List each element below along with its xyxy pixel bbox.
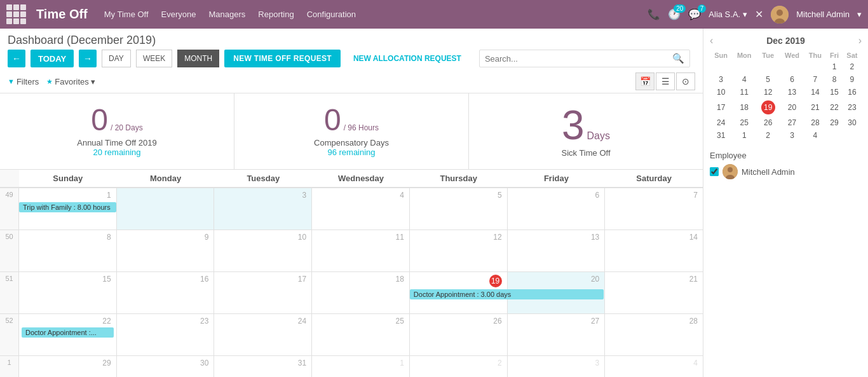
mini-day[interactable]: 1 [826,60,843,73]
chat-icon-wrap[interactable]: 💬 7 [688,8,701,20]
close-icon[interactable]: ✕ [755,8,763,20]
phone-icon[interactable]: 📞 [648,8,660,20]
cal-cell-jan2[interactable]: 2 [410,356,508,377]
cal-cell-jan3[interactable]: 3 [508,356,606,377]
cal-cell-dec11[interactable]: 11 [312,230,410,271]
cal-cell-dec7[interactable]: 7 [605,188,703,230]
cal-cell-dec23[interactable]: 23 [117,314,215,355]
mini-day[interactable]: 26 [756,116,780,129]
mini-day[interactable]: 23 [843,99,862,116]
mini-day[interactable]: 20 [780,99,804,116]
mini-day[interactable] [732,60,756,73]
mini-day[interactable]: 5 [756,73,780,86]
mini-day[interactable]: 27 [780,116,804,129]
next-button[interactable]: → [79,50,97,67]
mini-day[interactable]: 8 [826,73,843,86]
new-time-off-button[interactable]: NEW TIME OFF REQUEST [224,50,341,67]
mini-day[interactable]: 3 [710,73,732,86]
cal-cell-dec9[interactable]: 9 [117,230,215,271]
mini-day[interactable]: 11 [732,86,756,99]
mini-day[interactable]: 7 [804,73,826,86]
mini-day[interactable]: 10 [710,86,732,99]
mini-day[interactable] [804,60,826,73]
cal-cell-dec4[interactable]: 4 [312,188,410,230]
event-trip-family[interactable]: Trip with Family : 8.00 hours [19,202,116,212]
cal-cell-dec14[interactable]: 14 [605,230,703,271]
cal-cell-dec2[interactable] [117,188,215,230]
nav-my-time-off[interactable]: My Time Off [104,10,149,19]
nav-configuration[interactable]: Configuration [307,10,356,19]
cal-cell-dec5[interactable]: 5 [410,188,508,230]
cal-cell-dec26[interactable]: 26 [410,314,508,355]
calendar-view-button[interactable]: 📅 [635,72,654,90]
cal-cell-dec27[interactable]: 27 [508,314,606,355]
day-view-button[interactable]: DAY [102,50,131,67]
cal-cell-dec25[interactable]: 25 [312,314,410,355]
app-grid-icon[interactable] [6,4,26,24]
mini-day[interactable]: 19 [756,99,780,116]
cal-cell-dec30[interactable]: 30 [117,356,215,377]
activity-icon-wrap[interactable]: 🕐 20 [668,8,681,20]
mini-day[interactable]: 4 [804,129,826,142]
favorites-button[interactable]: ★ Favorites ▾ [46,77,95,86]
mini-day[interactable]: 3 [780,129,804,142]
mini-day[interactable] [826,129,843,142]
mini-day[interactable]: 4 [732,73,756,86]
mini-day[interactable]: 31 [710,129,732,142]
cal-cell-dec18[interactable]: 18 [312,272,410,313]
mini-today[interactable]: 19 [761,100,775,114]
cal-cell-dec13[interactable]: 13 [508,230,606,271]
mini-day[interactable]: 24 [710,116,732,129]
mini-day[interactable]: 29 [826,116,843,129]
mini-day[interactable]: 15 [826,86,843,99]
cal-cell-dec28[interactable]: 28 [605,314,703,355]
mini-day[interactable]: 30 [843,116,862,129]
cal-cell-dec16[interactable]: 16 [117,272,215,313]
mini-day[interactable]: 14 [804,86,826,99]
cal-cell-dec19-today[interactable]: 19 Doctor Appointment : 3.00 days [410,272,508,313]
week-view-button[interactable]: WEEK [136,50,172,67]
cal-cell-jan1[interactable]: 1 [312,356,410,377]
user-menu[interactable]: Alia S.A. ▾ [709,10,747,19]
mini-next-button[interactable]: › [858,35,862,46]
mini-day[interactable]: 18 [732,99,756,116]
mini-day[interactable]: 17 [710,99,732,116]
employee-checkbox[interactable] [710,167,719,176]
nav-reporting[interactable]: Reporting [258,10,294,19]
mini-day[interactable]: 16 [843,86,862,99]
mini-day[interactable] [843,129,862,142]
cal-cell-dec31[interactable]: 31 [214,356,312,377]
mini-day[interactable]: 6 [780,73,804,86]
today-button[interactable]: TODAY [31,50,74,67]
mini-day[interactable]: 9 [843,73,862,86]
event-doctor-short[interactable]: Doctor Appointment :... [22,327,114,338]
mini-day[interactable]: 22 [826,99,843,116]
list-view-button[interactable]: ☰ [656,72,675,90]
mini-day[interactable]: 2 [843,60,862,73]
cal-cell-dec22[interactable]: 22 Doctor Appointment :... [19,314,117,355]
mini-day[interactable]: 25 [732,116,756,129]
mini-day[interactable] [710,60,732,73]
cal-cell-dec12[interactable]: 12 [410,230,508,271]
cal-cell-dec1[interactable]: 1 Trip with Family : 8.00 hours [19,188,117,230]
new-allocation-button[interactable]: NEW ALLOCATION REQUEST [346,54,469,63]
cal-cell-dec21[interactable]: 21 [605,272,703,313]
cal-cell-dec6[interactable]: 6 [508,188,606,230]
month-view-button[interactable]: MONTH [177,50,219,67]
cal-cell-dec17[interactable]: 17 [214,272,312,313]
cal-cell-dec3[interactable]: 3 [214,188,312,230]
cal-cell-dec8[interactable]: 8 [19,230,117,271]
cal-cell-jan4[interactable]: 4 [605,356,703,377]
filters-button[interactable]: ▼ Filters [8,77,39,86]
nav-managers[interactable]: Managers [209,10,246,19]
mini-day[interactable]: 12 [756,86,780,99]
mini-day[interactable]: 2 [756,129,780,142]
mini-day[interactable]: 28 [804,116,826,129]
mini-day[interactable]: 1 [732,129,756,142]
cal-cell-dec29[interactable]: 29 [19,356,117,377]
avatar[interactable] [771,6,789,24]
cal-cell-dec24[interactable]: 24 [214,314,312,355]
cal-cell-dec15[interactable]: 15 [19,272,117,313]
prev-button[interactable]: ← [8,50,25,67]
activity-view-button[interactable]: ⊙ [676,72,695,90]
